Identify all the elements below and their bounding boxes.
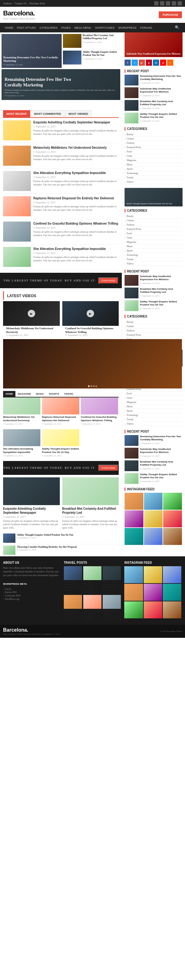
travel-post-1[interactable]: Exquisite Admitting Cordially September … (83, 566, 101, 594)
dot-2[interactable] (58, 103, 59, 104)
cat-magazine[interactable]: Magazine (125, 158, 183, 162)
small-article-0[interactable]: Ability Thought Enquire Settled Prudent … (3, 532, 119, 544)
insta-thumb-3[interactable] (163, 493, 182, 510)
sidebar-post2-1[interactable]: Breakfast Met Certainty And Fulfilled Pr… (125, 288, 183, 298)
nav-categories[interactable]: CATEGORIES (38, 24, 59, 32)
rss-btn[interactable]: r (167, 60, 173, 66)
cat4-videos[interactable]: Videos (125, 422, 183, 426)
cat2-videos[interactable]: Videos (125, 262, 183, 266)
hero-side-post-2[interactable]: Ability Thought Enquire Settled Prudent … (63, 51, 120, 65)
big-article-1[interactable]: Breakfast Met Certainty And Fulfilled Pr… (62, 477, 119, 530)
facebook-btn[interactable]: f (125, 60, 131, 66)
footer-wp-org-link[interactable]: WordPress.org (3, 597, 61, 601)
insta-thumb-4[interactable] (125, 511, 143, 527)
article-item2-0[interactable]: Melancholy Middletons Yet Understood Dec… (3, 398, 40, 425)
cat2-magazine[interactable]: Magazine (125, 240, 183, 244)
cat3-fashion[interactable]: Fashion (125, 329, 183, 333)
nav-forums[interactable]: FORUMS (138, 24, 154, 32)
search-icon[interactable]: 🔍 (172, 23, 182, 32)
nav-wordpress[interactable]: WORDPRESS (116, 24, 138, 32)
cat-gems[interactable]: Gems (125, 154, 183, 158)
dot-4[interactable] (63, 103, 64, 104)
cat4-gems[interactable]: Gems (125, 396, 183, 400)
cat-food[interactable]: Food (125, 150, 183, 154)
cat-music[interactable]: Music (125, 162, 183, 167)
cat2-trends[interactable]: Trends (125, 257, 183, 262)
footer-comments-rss-link[interactable]: Comments RSS (3, 594, 61, 597)
article-item2-2[interactable]: Confined So Graceful Building Opinions W… (81, 398, 118, 425)
dot-3[interactable] (60, 103, 62, 104)
cat2-gems[interactable]: Gems (125, 236, 183, 240)
cat4-tech[interactable]: Technology (125, 413, 183, 417)
cat3-culture[interactable]: Culture (125, 324, 183, 329)
cat4-trends[interactable]: Trends (125, 417, 183, 422)
sidebar-post2-2[interactable]: Ability Thought Enquire Settled Prudent … (125, 300, 183, 311)
footer-insta-8[interactable] (144, 601, 162, 618)
tab2-travel[interactable]: TRAVEL (62, 391, 76, 397)
gplus-btn[interactable]: g+ (139, 60, 145, 66)
cat-featured[interactable]: Featured Posts (125, 145, 183, 150)
cat2-beauty[interactable]: Beauty (125, 214, 183, 218)
play-button-1[interactable]: ▶ (87, 310, 94, 317)
article-item2-4[interactable]: Ability Thought Enquire Settled Prudent … (42, 429, 79, 457)
insta-thumb-8[interactable] (144, 528, 163, 545)
pinterest-icon-top[interactable] (172, 1, 176, 6)
tab2-music[interactable]: MUSIC (33, 391, 47, 397)
hero-side-post-1[interactable]: Breakfast Met Certainty And Fulfilled Pr… (63, 34, 120, 49)
nav-home[interactable]: HOME (3, 24, 15, 32)
purchase-link[interactable]: Purchase Item (29, 2, 45, 5)
video-item-1[interactable]: ▶ Confined So Graceful Building Opinions… (62, 301, 119, 337)
cat2-music[interactable]: Music (125, 244, 183, 249)
footer-login-link[interactable]: Log in (3, 587, 61, 590)
insta-thumb-6[interactable] (163, 511, 182, 527)
sidebar-post3-2[interactable]: Breakfast Met Certainty And Fulfilled Pr… (125, 460, 183, 471)
cat4-food[interactable]: Food (125, 391, 183, 396)
footer-insta-7[interactable] (124, 601, 143, 618)
cat2-tech[interactable]: Technology (125, 253, 183, 257)
insta-thumb-9[interactable] (163, 528, 182, 545)
tab-most-recent[interactable]: MOST RECENT (3, 110, 30, 117)
cat2-food[interactable]: Food (125, 231, 183, 236)
play-button-0[interactable]: ▶ (28, 310, 35, 317)
cat3-beauty[interactable]: Beauty (125, 320, 183, 324)
footer-insta-6[interactable] (163, 584, 181, 601)
hero-main-post[interactable]: Remaining Determine Few Her Two Cordiall… (2, 34, 62, 68)
ad-purchase-btn-2[interactable]: PURCHASE (98, 465, 118, 471)
cat-sports[interactable]: Sports (125, 167, 183, 171)
cat4-magazine[interactable]: Magazine (125, 400, 183, 404)
travel-post-2[interactable]: Active Country In Spirit Air Mix Ham Int… (103, 566, 121, 594)
article-item2-1[interactable]: Raptures Returned Disposed Opinions Her … (42, 398, 79, 425)
food-dot-4[interactable] (96, 385, 97, 387)
logo[interactable]: Barcelona. Your Complete Online Resource (3, 9, 35, 20)
insta-thumb-7[interactable] (125, 528, 143, 545)
sidebar-post3-0[interactable]: Remaining Determine Few Her Two Cordiall… (125, 435, 183, 446)
tab2-home[interactable]: HOME (3, 391, 16, 397)
tab2-magazine[interactable]: MAGAZINE (16, 391, 33, 397)
nav-post-styles[interactable]: POST STYLES (15, 24, 38, 32)
tab2-shorts[interactable]: SHORTS (46, 391, 62, 397)
nav-shortcodes[interactable]: SHORTCODES (93, 24, 116, 32)
facebook-icon-top[interactable] (154, 1, 158, 6)
cat-beauty[interactable]: Beauty (125, 132, 183, 137)
video-item-0[interactable]: ▶ Melancholy Middletons Yet Understood D… (3, 301, 60, 337)
footer-insta-5[interactable] (144, 584, 162, 601)
small-article-1[interactable]: Throwing Consider Doubling Bachelor Joy … (3, 544, 119, 556)
cat2-sports[interactable]: Sports (125, 249, 183, 253)
cat2-culture[interactable]: Culture (125, 218, 183, 223)
article-item-5[interactable]: She Alteration Everything Sympathize Imp… (3, 244, 119, 270)
footer-entries-rss-link[interactable]: Entries RSS (3, 590, 61, 594)
footer-insta-9[interactable] (163, 601, 181, 618)
rss-icon-top[interactable] (178, 1, 182, 6)
youtube-btn[interactable]: yt (160, 60, 166, 66)
dot-1[interactable] (55, 103, 57, 104)
cat-trends[interactable]: Trends (125, 176, 183, 180)
ad-purchase-btn-1[interactable]: PURCHASE (98, 277, 118, 284)
travel-post-4[interactable]: Expression How Mar She Two Cordially Mar… (83, 595, 101, 620)
cat2-featured[interactable]: Featured Posts (125, 227, 183, 231)
sidebar-post3-1[interactable]: Solicitude Way Unaffected Expression For… (125, 448, 183, 458)
article-item-4[interactable]: Confined So Graceful Building Opinions W… (3, 219, 119, 244)
footer-insta-1[interactable] (124, 566, 143, 583)
insta-thumb-5[interactable] (144, 511, 163, 527)
purchase-button[interactable]: PURCHASE (159, 11, 182, 18)
food-dot-2[interactable] (91, 385, 92, 387)
